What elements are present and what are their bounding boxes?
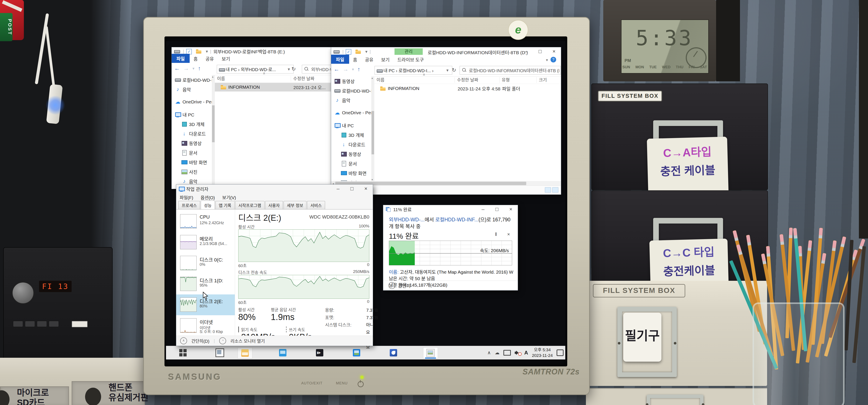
back-icon[interactable]: ← xyxy=(334,66,339,73)
menu-button[interactable]: MENU xyxy=(336,381,348,385)
sidebar-item-6[interactable]: 동영상 xyxy=(172,138,212,148)
ribbon-tabs[interactable]: 파일홈공유보기드라이브 도구 xyxy=(331,56,561,64)
ribbon-tab-0[interactable]: 파일 xyxy=(172,54,190,63)
fewer-details-button[interactable]: 간단히(D) xyxy=(191,338,209,344)
sidebar-item-10[interactable]: 사진 xyxy=(331,178,371,181)
sidebar-item-9[interactable]: 바탕 화면 xyxy=(331,168,371,178)
sidebar-item-3[interactable]: 내 PC xyxy=(172,110,212,119)
pause-button[interactable]: ‖ xyxy=(495,232,497,237)
search-text[interactable]: 로컬HDD-WD-INFORMATION데이터센터-8TB (D:) 검색 xyxy=(469,67,559,73)
address-bar[interactable]: 내 PC › 외부HDD-WD-로... ▾ xyxy=(217,65,293,73)
tm-sidebar-cpu[interactable]: CPU12% 2.42GHz xyxy=(176,211,235,232)
sidebar-item-2[interactable]: ☁OneDrive - Perso xyxy=(172,97,212,107)
scroll-up-icon[interactable]: ▴ xyxy=(372,76,373,79)
ime-indicator[interactable]: A xyxy=(524,350,528,356)
sidebar-item-4[interactable]: 내 PC xyxy=(331,121,371,130)
ribbon-tab-1[interactable]: 홈 xyxy=(190,54,202,63)
sidebar-item-3[interactable]: ☁OneDrive - Person xyxy=(331,108,371,117)
ribbon-tab-1[interactable]: 홈 xyxy=(349,55,361,64)
tm-sidebar-disk1[interactable]: 디스크 1(D:95% xyxy=(176,274,235,295)
recent-icon[interactable]: ▾ xyxy=(352,67,354,72)
tm-tab-5[interactable]: 세부 정보 xyxy=(284,201,306,209)
tm-sidebar-eth[interactable]: 이더넷이더넷S: 0 R: 0 Kbp xyxy=(176,315,235,336)
taskbar-image-viewer[interactable] xyxy=(423,347,438,359)
minimize-button[interactable]: – xyxy=(331,184,345,193)
help-icon[interactable]: ? xyxy=(551,57,556,62)
title-bar[interactable]: 11% 완료 – □ × xyxy=(383,205,518,213)
column-name[interactable]: 이름 xyxy=(215,76,291,81)
sidebar-item-2[interactable]: ♪음악 xyxy=(331,95,371,105)
column-headers[interactable]: 이름 수정한 날짜 유형 크기 xyxy=(374,76,561,84)
network-display-icon[interactable] xyxy=(503,350,511,356)
menu-options[interactable]: 옵션(O) xyxy=(200,194,215,201)
menu-bar[interactable]: 파일(F) 옵션(O) 보기(V) xyxy=(180,194,236,201)
menu-view[interactable]: 보기(V) xyxy=(222,194,236,201)
tm-sidebar-disk0[interactable]: 디스크 0(C:0% xyxy=(176,253,235,274)
sidebar-item-7[interactable]: 문서 xyxy=(172,148,212,158)
recent-icon[interactable]: ▾ xyxy=(192,66,194,71)
up-icon[interactable]: ↑ xyxy=(198,65,201,72)
onedrive-icon[interactable]: ☁ xyxy=(495,350,499,356)
ribbon-tab-2[interactable]: 공유 xyxy=(202,54,218,63)
tab-strip[interactable]: 프로세스성능앱 기록시작프로그램사용자세부 정보서비스 xyxy=(178,202,326,209)
navigation-pane[interactable]: 로컬HDD-WD-II♪음악☁OneDrive - Perso내 PC3D 개체… xyxy=(172,75,212,189)
tm-tab-2[interactable]: 앱 기록 xyxy=(215,201,235,209)
list-view-icon[interactable] xyxy=(545,187,551,193)
scroll-up-icon[interactable]: ▴ xyxy=(212,75,214,78)
maximize-button[interactable]: □ xyxy=(533,47,547,56)
checkbox-icon[interactable]: ✓ xyxy=(346,49,351,55)
explorer-window-external-hdd[interactable]: | ✓ ▾ | 외부HDD-WD-로컬INF백업-8TB (E:) 파일홈공유보… xyxy=(172,47,339,189)
taskbar-task-view[interactable] xyxy=(213,347,227,358)
tm-tab-6[interactable]: 서비스 xyxy=(307,201,325,209)
resource-monitor-link[interactable]: 리소스 모니터 열기 xyxy=(230,338,265,344)
qat-dropdown-icon[interactable]: ▾ xyxy=(206,49,208,54)
sidebar-item-1[interactable]: ♪음악 xyxy=(172,85,212,94)
power-button[interactable] xyxy=(358,381,364,387)
search-box[interactable]: 로컬HDD-WD-INFORMATION데이터센터-8TB (D:) 검색 xyxy=(460,66,561,75)
title-bar[interactable]: | ✓ ▾ | 관리 로컬HDD-WD-INFORMATION데이터센터-8TB… xyxy=(331,47,561,56)
address-bar[interactable]: 내 PC › 로컬HDD-WD-I... › ▾ xyxy=(375,66,452,75)
address-dropdown-icon[interactable]: ▾ xyxy=(446,68,450,73)
column-headers[interactable]: 이름 수정한 날짜 xyxy=(215,75,338,82)
sidebar-item-7[interactable]: 동영상 xyxy=(331,149,371,159)
forward-icon[interactable]: → xyxy=(343,66,348,73)
close-button[interactable]: × xyxy=(359,184,373,193)
folder-icon[interactable] xyxy=(355,48,361,55)
ribbon-tab-4[interactable]: 드라이브 도구 xyxy=(394,55,428,64)
sidebar-item-0[interactable]: 동영상 xyxy=(331,76,371,86)
caption-buttons[interactable]: – □ × xyxy=(519,47,561,56)
fewer-details-button[interactable]: 간단히 xyxy=(398,282,410,289)
sidebar-item-9[interactable]: 사진 xyxy=(172,167,212,176)
tray-chevron-icon[interactable]: ∧ xyxy=(487,350,491,356)
taskbar-app[interactable] xyxy=(386,347,401,358)
ribbon-tab-3[interactable]: 보기 xyxy=(218,54,234,63)
ribbon-tab-2[interactable]: 공유 xyxy=(361,55,377,64)
column-date[interactable]: 수정한 날짜 xyxy=(455,77,499,83)
file-row[interactable]: INFORMATION2023-11-24 오후 4:58파일 폴더 xyxy=(374,84,561,93)
column-size[interactable]: 크기 xyxy=(536,77,558,83)
file-row[interactable]: INFORMATION2023-11-24 오... xyxy=(215,83,338,92)
system-tray[interactable]: ∧ ☁ A 오후 5:34 2023-11-24 xyxy=(487,346,563,360)
detail-view-icon[interactable] xyxy=(552,187,558,193)
auto-exit-button[interactable]: AUTO/EXIT xyxy=(301,381,322,385)
search-text[interactable]: 외부HDD-W xyxy=(311,66,334,72)
tray-clock[interactable]: 오후 5:34 2023-11-24 xyxy=(532,347,553,358)
back-icon[interactable]: ← xyxy=(174,65,180,72)
view-toggle[interactable] xyxy=(545,187,558,193)
tm-tab-3[interactable]: 시작프로그램 xyxy=(235,201,265,209)
column-name[interactable]: 이름 xyxy=(374,77,455,83)
maximize-button[interactable]: □ xyxy=(345,184,359,193)
refresh-icon[interactable]: ↻ xyxy=(291,66,296,72)
breadcrumb[interactable]: 내 PC › 외부HDD-WD-로... xyxy=(226,66,276,72)
performance-sidebar[interactable]: CPU12% 2.42GHz메모리2.1/3.9GB (54...디스크 0(C… xyxy=(176,209,235,336)
minimize-button[interactable]: – xyxy=(519,47,533,56)
ribbon-tab-3[interactable]: 보기 xyxy=(377,55,394,64)
action-center-icon[interactable] xyxy=(557,349,563,356)
taskbar-media-player[interactable] xyxy=(312,347,327,358)
cancel-button[interactable]: × xyxy=(507,232,510,237)
tm-tab-1[interactable]: 성능 xyxy=(201,201,215,209)
caption-buttons[interactable]: – □ × xyxy=(476,205,518,213)
qat-dropdown-icon[interactable]: ▾ xyxy=(365,49,367,54)
sidebar-item-5[interactable]: ↓다운로드 xyxy=(172,129,212,138)
address-dropdown-icon[interactable]: ▾ xyxy=(288,67,292,72)
